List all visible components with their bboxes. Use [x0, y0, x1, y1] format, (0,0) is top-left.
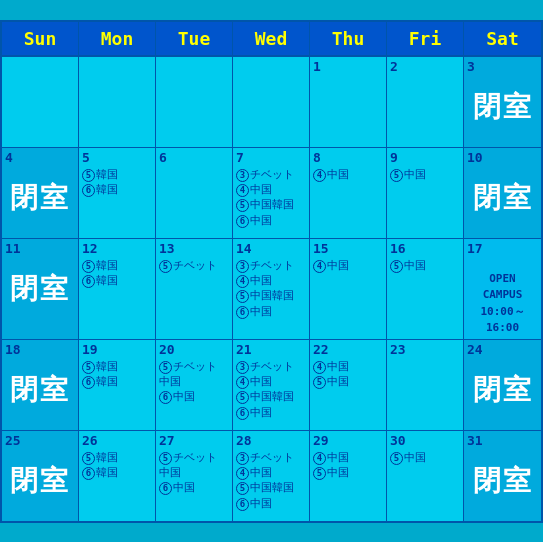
- day-number: 12: [82, 241, 152, 256]
- day-cell-14: 143チベット4中国5中国韓国6中国: [233, 239, 310, 339]
- day-number: 26: [82, 433, 152, 448]
- day-number: 1: [313, 59, 383, 74]
- day-cell-20: 205チベット 中国6中国: [156, 340, 233, 430]
- event-item: 6韓国: [82, 182, 152, 197]
- event-item: 5中国韓国: [236, 288, 306, 303]
- day-cell-13: 135チベット: [156, 239, 233, 339]
- week-row-0: 123閉室: [2, 57, 541, 148]
- day-cell-17: 17OPENCAMPUS10:00～16:00: [464, 239, 541, 339]
- closed-label: 閉室: [5, 375, 75, 406]
- day-cell-3: 3閉室: [464, 57, 541, 147]
- day-cell-empty: [79, 57, 156, 147]
- day-cell-11: 11閉室: [2, 239, 79, 339]
- day-number: 18: [5, 342, 75, 357]
- day-cell-7: 73チベット4中国5中国韓国6中国: [233, 148, 310, 238]
- closed-label: 閉室: [467, 183, 538, 214]
- event-circle: 5: [236, 482, 249, 495]
- event-circle: 5: [82, 260, 95, 273]
- event-circle: 6: [82, 376, 95, 389]
- open-campus-text: OPENCAMPUS10:00～16:00: [467, 271, 538, 337]
- event-circle: 3: [236, 361, 249, 374]
- day-cell-15: 154中国: [310, 239, 387, 339]
- day-cell-5: 55韓国6韓国: [79, 148, 156, 238]
- day-cell-18: 18閉室: [2, 340, 79, 430]
- event-item: 5中国: [313, 465, 383, 480]
- day-number: 27: [159, 433, 229, 448]
- day-number: 5: [82, 150, 152, 165]
- day-number: 17: [467, 241, 538, 256]
- week-row-2: 11閉室125韓国6韓国135チベット143チベット4中国5中国韓国6中国154…: [2, 239, 541, 340]
- day-number: 25: [5, 433, 75, 448]
- day-cell-12: 125韓国6韓国: [79, 239, 156, 339]
- event-circle: 6: [236, 498, 249, 511]
- day-cell-30: 305中国: [387, 431, 464, 521]
- day-cell-23: 23: [387, 340, 464, 430]
- day-cell-9: 95中国: [387, 148, 464, 238]
- day-cell-26: 265韓国6韓国: [79, 431, 156, 521]
- event-circle: 6: [82, 275, 95, 288]
- event-item: 6中国: [236, 304, 306, 319]
- event-item: 6中国: [159, 389, 229, 404]
- day-number: 22: [313, 342, 383, 357]
- closed-label: 閉室: [467, 375, 538, 406]
- day-cell-8: 84中国: [310, 148, 387, 238]
- closed-label: 閉室: [467, 466, 538, 497]
- event-item: 5中国韓国: [236, 197, 306, 212]
- day-cell-22: 224中国5中国: [310, 340, 387, 430]
- event-item: 3チベット: [236, 167, 306, 182]
- day-cell-4: 4閉室: [2, 148, 79, 238]
- event-item: 4中国: [313, 359, 383, 374]
- event-item: 6中国: [236, 496, 306, 511]
- event-item: 6中国: [236, 213, 306, 228]
- event-circle: 3: [236, 169, 249, 182]
- day-cell-empty: [156, 57, 233, 147]
- closed-label: 閉室: [5, 466, 75, 497]
- event-circle: 5: [313, 467, 326, 480]
- event-circle: 4: [313, 260, 326, 273]
- day-number: 2: [390, 59, 460, 74]
- event-circle: 5: [159, 260, 172, 273]
- day-cell-1: 1: [310, 57, 387, 147]
- event-circle: 5: [159, 452, 172, 465]
- day-number: 7: [236, 150, 306, 165]
- event-circle: 5: [82, 452, 95, 465]
- day-number: 30: [390, 433, 460, 448]
- closed-label: 閉室: [467, 92, 538, 123]
- day-cell-29: 294中国5中国: [310, 431, 387, 521]
- header-cell-fri: Fri: [387, 22, 464, 57]
- event-circle: 4: [313, 361, 326, 374]
- event-circle: 5: [82, 361, 95, 374]
- day-number: 28: [236, 433, 306, 448]
- event-item: 6中国: [159, 480, 229, 495]
- day-cell-24: 24閉室: [464, 340, 541, 430]
- event-item: 4中国: [236, 273, 306, 288]
- event-item: 4中国: [236, 465, 306, 480]
- event-item: 5中国韓国: [236, 389, 306, 404]
- event-circle: 5: [390, 260, 403, 273]
- event-circle: 6: [236, 215, 249, 228]
- day-number: 21: [236, 342, 306, 357]
- day-cell-empty: [233, 57, 310, 147]
- day-number: 8: [313, 150, 383, 165]
- day-number: 23: [390, 342, 460, 357]
- event-item: 4中国: [313, 258, 383, 273]
- event-item: 3チベット: [236, 258, 306, 273]
- event-item: 3チベット: [236, 450, 306, 465]
- event-circle: 5: [390, 452, 403, 465]
- event-item: 5チベット: [159, 258, 229, 273]
- day-number: 3: [467, 59, 538, 74]
- event-circle: 5: [82, 169, 95, 182]
- event-circle: 6: [159, 391, 172, 404]
- event-circle: 4: [236, 275, 249, 288]
- day-cell-6: 6: [156, 148, 233, 238]
- day-number: 9: [390, 150, 460, 165]
- event-item: 5中国韓国: [236, 480, 306, 495]
- event-item: 5中国: [313, 374, 383, 389]
- header-cell-thu: Thu: [310, 22, 387, 57]
- event-item: 5韓国: [82, 359, 152, 374]
- day-number: 10: [467, 150, 538, 165]
- event-item: 5韓国: [82, 258, 152, 273]
- header-cell-wed: Wed: [233, 22, 310, 57]
- event-item: 5韓国: [82, 167, 152, 182]
- event-item: 6中国: [236, 405, 306, 420]
